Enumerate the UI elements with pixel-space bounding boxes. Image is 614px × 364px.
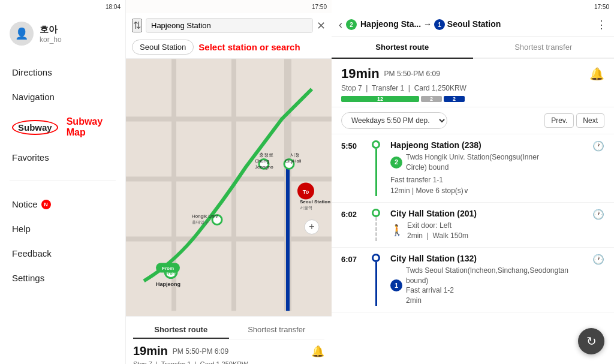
- time-range-map: PM 5:50-PM 6:09: [173, 347, 228, 356]
- status-bar-left: 18:04: [0, 0, 125, 13]
- feedback-label: Feedback: [12, 248, 52, 258]
- nav-divider: [10, 181, 116, 181]
- sidebar-item-favorites[interactable]: Favorites: [0, 145, 125, 170]
- notice-badge: N: [41, 200, 51, 209]
- user-info: 호아 kor_ho: [40, 24, 62, 44]
- transfer-badge-1: 2: [390, 157, 402, 169]
- timeline-line-1: [375, 149, 377, 196]
- prev-button[interactable]: Prev.: [544, 113, 574, 128]
- station-name-hapjeong: Hapjeong Station (238): [390, 140, 585, 150]
- route-title: Hapjeong Sta... → 1 Seoul Station: [360, 19, 592, 31]
- status-time-route: 17:50: [594, 4, 609, 10]
- schedule-row: Weekdays 5:50 PM dep. Prev. Next: [332, 107, 614, 134]
- user-id: kor_ho: [40, 35, 62, 44]
- station-detail-1: 2 Twds Hongik Univ. Station(Seongsu(Inne…: [390, 152, 585, 196]
- summary-row: 19min PM 5:50-PM 6:09 🔔: [133, 344, 324, 358]
- timeline-line-col-3: [369, 254, 383, 306]
- user-name: 호아: [40, 24, 62, 35]
- timeline-line-col-2: [369, 209, 383, 241]
- timeline-line-3: [375, 262, 377, 306]
- route-header: ⇅ ✕: [126, 13, 332, 38]
- svg-text:Jeongno: Jeongno: [255, 164, 273, 170]
- station-name-cityhall132: City Hall Station (132): [390, 254, 585, 263]
- svg-text:홍대입구: 홍대입구: [192, 220, 209, 225]
- status-time-left: 18:04: [106, 4, 121, 10]
- timeline-content-1: Hapjeong Station (238) 2 Twds Hongik Uni…: [390, 140, 585, 196]
- timeline-dot-1: [372, 140, 380, 149]
- route-sub-tabs: Shortest route Shortest transfer: [332, 37, 614, 59]
- navigation-label: Navigation: [12, 92, 55, 102]
- back-button[interactable]: ‹: [339, 19, 342, 31]
- timeline-dot-2: [372, 209, 380, 217]
- tab-shortest-route[interactable]: Shortest route: [332, 37, 473, 59]
- status-bar-route: 17:50: [332, 0, 614, 13]
- timeline-content-2: City Hall Station (201) 🚶 Exit door: Lef…: [390, 209, 585, 241]
- sidebar-item-help[interactable]: Help: [0, 216, 125, 241]
- sidebar-item-subway[interactable]: Subway Subway Map: [0, 109, 125, 145]
- favorites-label: Favorites: [12, 152, 49, 163]
- svg-text:Hapjeong: Hapjeong: [156, 281, 180, 287]
- timeline-time-1: 5:50: [341, 140, 362, 196]
- timeline-line-col-1: [369, 140, 383, 196]
- from-station-input[interactable]: [146, 18, 313, 33]
- sidebar-item-feedback[interactable]: Feedback: [0, 241, 125, 266]
- next-button[interactable]: Next: [576, 113, 604, 128]
- directions-label: Directions: [12, 67, 52, 77]
- timeline-time-3: 6:07: [341, 254, 362, 306]
- to-line-badge: 1: [434, 19, 445, 30]
- route-station-row: Seoul Station Select station or search: [126, 36, 332, 59]
- prev-next-buttons: Prev. Next: [544, 113, 604, 128]
- nav-items: Directions Navigation Subway Subway Map …: [0, 54, 125, 176]
- map-panel: 17:50 ⇅ ✕ Seoul Station Select station o…: [126, 0, 332, 364]
- timeline-item-hapjeong: 5:50 Hapjeong Station (238) 2 Twds Hongi…: [332, 134, 614, 203]
- swap-button[interactable]: ⇅: [132, 19, 142, 32]
- clock-icon-3[interactable]: 🕐: [592, 254, 604, 306]
- detail-line-bar: 12 2 2: [341, 96, 604, 102]
- detail-line-seg-2: 12: [341, 96, 419, 102]
- schedule-dropdown[interactable]: Weekdays 5:50 PM dep.: [341, 112, 447, 129]
- to-station-button[interactable]: Seoul Station: [132, 40, 194, 55]
- bell-icon-map[interactable]: 🔔: [311, 345, 324, 358]
- sidebar-item-notice[interactable]: Notice N: [0, 192, 125, 216]
- svg-text:충정로: 충정로: [259, 152, 273, 158]
- svg-text:Chung: Chung: [255, 158, 269, 164]
- station-detail-2: 🚶 Exit door: Left2min | Walk 150m: [390, 221, 585, 241]
- map-svg: From Hapjeong Hongik Univ. 홍대입구 충정로 Chun…: [126, 54, 332, 316]
- timeline-content-3: City Hall Station (132) 1 Twds Seoul Sta…: [390, 254, 585, 306]
- close-button[interactable]: ✕: [317, 19, 326, 32]
- detail-time-range: PM 5:50-PM 6:09: [384, 70, 440, 78]
- refresh-fab[interactable]: ↻: [578, 328, 604, 354]
- subway-map-label: Subway Map: [67, 116, 113, 138]
- timeline-item-cityhall132: 6:07 City Hall Station (132) 1 Twds Seou…: [332, 248, 614, 312]
- to-station-label: Seoul Station: [140, 43, 186, 52]
- settings-label: Settings: [12, 273, 44, 283]
- clock-icon-1[interactable]: 🕐: [592, 140, 604, 196]
- route-detail-content: 19min PM 5:50-PM 6:09 🔔 Stop 7 | Transfe…: [332, 59, 614, 364]
- route-header-top: ‹ 2 Hapjeong Sta... → 1 Seoul Station ⋮: [332, 13, 614, 37]
- duration-map: 19min: [133, 344, 168, 358]
- transfer-badge-3: 1: [390, 279, 402, 291]
- svg-text:Seoul Station: Seoul Station: [300, 199, 330, 204]
- sidebar-item-navigation[interactable]: Navigation: [0, 85, 125, 109]
- svg-text:CityHall: CityHall: [285, 158, 302, 164]
- sidebar-item-settings[interactable]: Settings: [0, 266, 125, 290]
- svg-text:서울역: 서울역: [300, 206, 312, 210]
- secondary-nav: Notice N Help Feedback Settings: [0, 186, 125, 296]
- sidebar-item-directions[interactable]: Directions: [0, 60, 125, 85]
- avatar: 👤: [10, 22, 34, 46]
- tab-shortest-transfer[interactable]: Shortest transfer: [473, 37, 615, 59]
- detail-duration: 19min: [341, 66, 380, 82]
- clock-icon-2[interactable]: 🕐: [592, 209, 604, 241]
- user-profile: 👤 호아 kor_ho: [0, 13, 125, 54]
- route-tabs-bottom: Shortest route Shortest transfer: [133, 321, 324, 339]
- route-summary-bottom: Shortest route Shortest transfer 19min P…: [126, 316, 332, 364]
- station-detail-3: 1 Twds Seoul Station(Incheon,Sinchang,Se…: [390, 266, 585, 306]
- map-background[interactable]: From Hapjeong Hongik Univ. 홍대입구 충정로 Chun…: [126, 54, 332, 316]
- bell-icon-detail[interactable]: 🔔: [589, 67, 604, 81]
- stop-info-map: Stop 7 | Transfer 1 | Card 1,250KRW: [133, 360, 324, 364]
- tab-shortest-route-map[interactable]: Shortest route: [133, 321, 229, 339]
- from-line-badge: 2: [346, 19, 357, 30]
- route-detail-panel: 17:50 ‹ 2 Hapjeong Sta... → 1 Seoul Stat…: [332, 0, 614, 364]
- more-button[interactable]: ⋮: [596, 18, 607, 31]
- tab-shortest-transfer-map[interactable]: Shortest transfer: [229, 321, 325, 339]
